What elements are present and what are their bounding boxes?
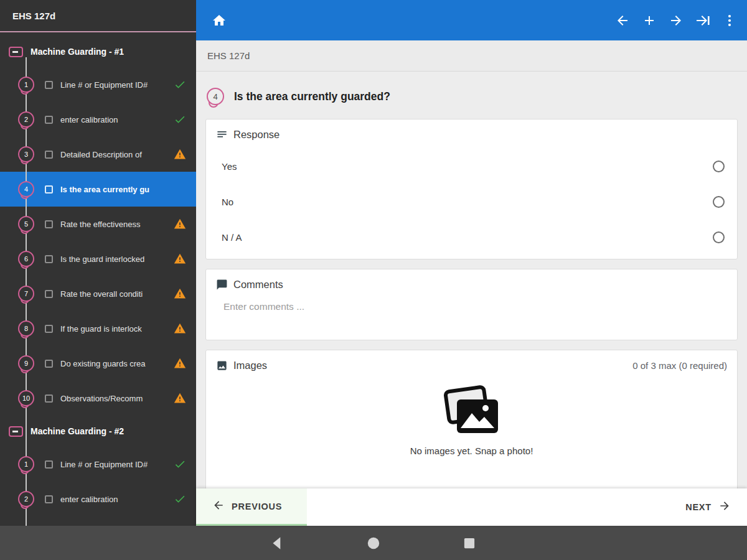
question-tree: Machine Guarding - #1 1 Line # or Equipm…	[0, 32, 196, 516]
sidebar-item-1-3[interactable]: 3 Detailed Description of	[0, 137, 196, 172]
item-number-badge: 3	[18, 146, 34, 162]
radio-button-yes[interactable]	[713, 161, 725, 172]
section-label: Machine Guarding - #1	[31, 47, 124, 57]
comments-card: Comments Enter comments ...	[205, 269, 738, 340]
warning-icon	[174, 322, 186, 335]
response-option-na[interactable]: N / A	[206, 220, 737, 255]
breadcrumb: EHS 127d	[196, 40, 747, 72]
response-option-yes[interactable]: Yes	[206, 149, 737, 184]
images-counter: 0 of 3 max (0 required)	[632, 360, 727, 371]
android-recents-icon[interactable]	[461, 535, 477, 551]
sidebar-item-1-5[interactable]: 5 Rate the effectiveness	[0, 207, 196, 241]
note-icon	[45, 460, 53, 469]
sidebar-item-label: Is the guard interlocked	[60, 254, 170, 264]
sidebar-title: EHS 127d	[0, 0, 196, 32]
note-icon	[45, 255, 53, 263]
note-icon	[45, 290, 53, 298]
sidebar-item-2-1[interactable]: 1 Line # or Equipment ID#	[0, 447, 196, 482]
option-label: Yes	[222, 161, 237, 172]
comment-bubble-icon	[216, 279, 228, 291]
warning-icon	[174, 357, 186, 370]
note-icon	[45, 116, 53, 124]
item-number-badge: 2	[18, 491, 34, 507]
option-label: No	[222, 197, 233, 207]
previous-button[interactable]: PREVIOUS	[196, 488, 307, 526]
sidebar-item-1-1[interactable]: 1 Line # or Equipment ID#	[0, 67, 196, 102]
images-empty-text: No images yet. Snap a photo!	[410, 446, 533, 456]
sidebar-item-1-6[interactable]: 6 Is the guard interlocked	[0, 241, 196, 276]
sidebar-item-1-9[interactable]: 9 Do existing guards crea	[0, 346, 196, 381]
forward-arrow-icon[interactable]	[669, 13, 684, 28]
sidebar-item-label: Do existing guards crea	[60, 359, 170, 368]
warning-icon	[174, 287, 186, 300]
note-icon	[45, 81, 53, 89]
warning-icon	[174, 392, 186, 404]
response-card-title: Response	[233, 129, 280, 141]
back-arrow-icon[interactable]	[615, 13, 630, 28]
previous-label: PREVIOUS	[232, 502, 282, 511]
add-icon[interactable]	[642, 13, 657, 28]
note-icon	[45, 151, 53, 159]
warning-icon	[174, 148, 186, 161]
section-label: Machine Guarding - #2	[31, 426, 124, 436]
previous-arrow-icon	[212, 499, 225, 514]
breadcrumb-label: EHS 127d	[207, 50, 250, 61]
item-number-badge: 1	[18, 77, 34, 93]
response-list-icon	[216, 129, 228, 141]
sidebar-item-label: Observations/Recomm	[60, 394, 170, 403]
sidebar-item-2-2[interactable]: 2 enter calibration	[0, 482, 196, 516]
response-card: Response Yes No N / A	[205, 119, 738, 259]
question-number-badge: 1 4	[207, 88, 224, 105]
sidebar-item-1-7[interactable]: 7 Rate the overall conditi	[0, 276, 196, 311]
images-card-header: Images 0 of 3 max (0 required)	[206, 350, 737, 380]
comments-input[interactable]: Enter comments ...	[206, 299, 737, 340]
radio-button-na[interactable]	[713, 231, 725, 243]
item-number-badge: 10	[18, 390, 34, 406]
note-icon	[45, 220, 53, 228]
item-number-badge: 5	[18, 216, 34, 232]
next-label: NEXT	[685, 502, 712, 512]
radio-button-no[interactable]	[713, 196, 725, 208]
item-number-badge: 8	[18, 320, 34, 337]
sidebar-section-machine-guarding-2[interactable]: Machine Guarding - #2	[0, 416, 196, 447]
sidebar-item-label: Detailed Description of	[60, 150, 170, 159]
sidebar-item-label: Line # or Equipment ID#	[60, 460, 170, 469]
sidebar-item-1-10[interactable]: 10 Observations/Recomm	[0, 381, 196, 416]
sidebar-item-1-8[interactable]: 8 If the guard is interlock	[0, 311, 196, 346]
note-icon	[45, 394, 53, 403]
note-icon	[45, 360, 53, 368]
complete-check-icon	[174, 113, 186, 126]
option-label: N / A	[222, 232, 242, 243]
item-number-badge: 7	[18, 286, 34, 302]
sidebar-item-1-2[interactable]: 2 enter calibration	[0, 102, 196, 137]
overflow-menu-icon[interactable]	[722, 13, 737, 28]
next-arrow-icon	[718, 500, 731, 515]
complete-check-icon	[174, 493, 186, 505]
sidebar-item-label: Rate the overall conditi	[60, 289, 170, 299]
next-button[interactable]: NEXT	[669, 488, 747, 526]
sidebar-item-label: Rate the effectiveness	[60, 220, 170, 229]
pager-footer: PREVIOUS NEXT	[196, 488, 747, 526]
sidebar-section-machine-guarding-1[interactable]: Machine Guarding - #1	[0, 36, 196, 67]
skip-to-end-icon[interactable]	[695, 13, 710, 28]
comments-card-header: Comments	[206, 269, 737, 299]
sidebar-item-1-4[interactable]: 4 Is the area currently gu	[0, 172, 196, 207]
item-number-badge: 1	[18, 456, 34, 472]
item-number-badge: 9	[18, 355, 34, 371]
home-icon[interactable]	[212, 13, 227, 28]
android-back-icon[interactable]	[270, 535, 286, 551]
note-icon	[45, 325, 53, 333]
sidebar-item-label: Is the area currently gu	[60, 185, 196, 194]
app-toolbar	[196, 0, 747, 40]
question-content: 1 4 Is the area currently guarded? Respo…	[196, 72, 747, 488]
section-icon	[9, 47, 23, 57]
image-icon	[216, 360, 228, 371]
android-home-icon[interactable]	[365, 535, 382, 551]
item-number-badge: 6	[18, 251, 34, 267]
question-header: 1 4 Is the area currently guarded?	[205, 72, 738, 119]
response-option-no[interactable]: No	[206, 184, 737, 220]
response-card-header: Response	[206, 119, 737, 149]
images-empty-state[interactable]: No images yet. Snap a photo!	[206, 380, 737, 456]
section-icon	[9, 426, 23, 437]
warning-icon	[174, 253, 186, 265]
